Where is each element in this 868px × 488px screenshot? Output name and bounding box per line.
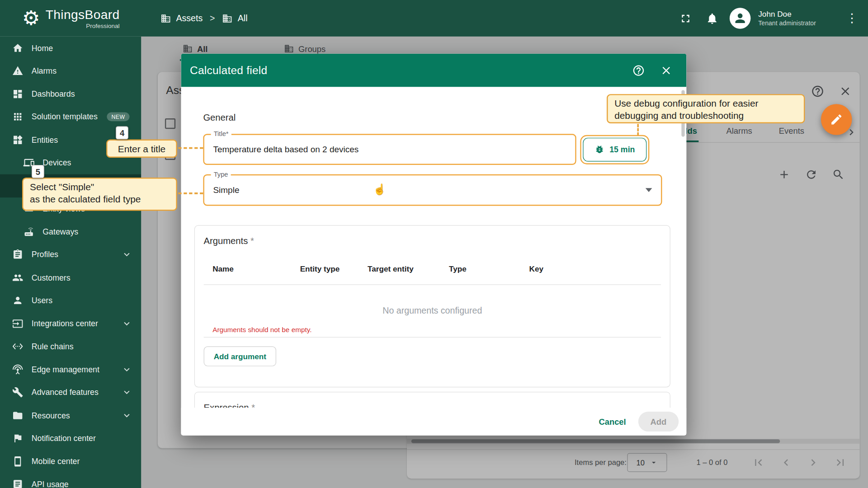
add-argument-button[interactable]: Add argument	[204, 347, 276, 366]
arguments-empty-state: No arguments configured Arguments should…	[204, 285, 661, 338]
document-icon	[12, 479, 23, 488]
column-type: Type	[449, 264, 529, 273]
users-icon	[12, 295, 23, 306]
dialog-footer: Cancel Add	[181, 408, 686, 435]
sidebar-item-alarms[interactable]: Alarms	[0, 60, 141, 83]
sidebar-item-api-usage[interactable]: API usage	[0, 473, 141, 488]
chevron-down-icon	[121, 410, 132, 421]
pencil-icon	[830, 113, 843, 126]
sidebar-item-home[interactable]: Home	[0, 37, 141, 60]
sidebar-item-edge-management[interactable]: Edge management	[0, 358, 141, 381]
debug-highlight-ring: 15 min	[580, 135, 649, 164]
expression-section-label: Expression *	[204, 401, 661, 408]
sidebar-item-integrations-center[interactable]: Integrations center	[0, 312, 141, 335]
debug-settings-button[interactable]: 15 min	[583, 137, 646, 161]
tutorial-step-4-badge: 4	[116, 126, 128, 139]
app-title: ThingsBoard	[46, 7, 120, 22]
profiles-icon	[12, 249, 23, 260]
dashboards-icon	[12, 89, 23, 99]
dialog-title: Calculated field	[190, 64, 267, 76]
person-icon	[733, 11, 747, 25]
sidebar-item-notification-center[interactable]: Notification center	[0, 427, 141, 450]
sidebar-item-mobile-center[interactable]: Mobile center	[0, 450, 141, 473]
smartphone-icon	[12, 456, 23, 467]
topbar: ⚙ ThingsBoard Professional Assets > All …	[0, 0, 868, 37]
tutorial-connector-step5	[178, 192, 203, 194]
title-field-label: Title*	[211, 130, 231, 138]
flag-icon	[12, 433, 23, 444]
bug-icon	[594, 145, 604, 155]
dialog-body: General Title* Temperature delta based o…	[181, 87, 686, 408]
column-entity-type: Entity type	[300, 264, 368, 273]
title-field[interactable]: Title* Temperature delta based on 2 devi…	[203, 134, 576, 165]
column-key: Key	[529, 264, 661, 273]
user-avatar[interactable]	[730, 8, 751, 29]
tutorial-callout-debug-config: Use debug configuration for easier debug…	[607, 94, 805, 123]
arguments-error-text: Arguments should not be empty.	[212, 326, 311, 333]
column-target-entity: Target entity	[368, 264, 449, 273]
wrench-icon	[12, 387, 23, 398]
notifications-button[interactable]	[703, 9, 722, 28]
column-name: Name	[212, 264, 300, 273]
expression-section: Expression *	[194, 392, 670, 408]
dialog-header: Calculated field	[181, 54, 686, 87]
user-menu-kebab-icon[interactable]: ⋮	[846, 11, 858, 25]
empty-state-text: No arguments configured	[382, 306, 482, 316]
tutorial-step-5-badge: 5	[32, 165, 44, 178]
widgets-icon	[12, 134, 23, 145]
breadcrumb-assets[interactable]: Assets	[176, 13, 203, 23]
type-select-field[interactable]: Type Simple ☝	[203, 174, 662, 206]
fullscreen-icon	[679, 12, 692, 24]
type-field-label: Type	[211, 170, 231, 178]
folder-icon	[12, 410, 23, 421]
logo-gear-icon: ⚙	[22, 8, 40, 28]
user-role: Tenant administrator	[758, 19, 816, 27]
title-field-value: Temperature delta based on 2 devices	[204, 135, 575, 164]
help-icon	[632, 64, 645, 76]
sidebar: Home Alarms Dashboards Solution template…	[0, 37, 141, 488]
gateways-icon	[23, 226, 34, 237]
general-section-label: General	[203, 111, 670, 123]
assets-building-icon	[160, 13, 171, 23]
home-icon	[12, 42, 23, 53]
dialog-close-button[interactable]	[656, 61, 675, 80]
bell-icon	[706, 12, 719, 24]
edit-fab-button[interactable]	[821, 104, 852, 135]
dialog-help-button[interactable]	[629, 61, 648, 80]
sidebar-item-dashboards[interactable]: Dashboards	[0, 82, 141, 105]
sidebar-item-gateways[interactable]: Gateways	[0, 220, 141, 243]
sidebar-item-profiles[interactable]: Profiles	[0, 243, 141, 266]
fullscreen-button[interactable]	[676, 9, 695, 28]
sidebar-item-users[interactable]: Users	[0, 289, 141, 312]
chevron-down-icon	[121, 318, 132, 329]
user-name: John Doe	[758, 9, 816, 19]
warning-icon	[12, 66, 23, 76]
app-logo: ⚙ ThingsBoard Professional	[22, 0, 120, 37]
chevron-down-icon	[121, 364, 132, 375]
app-subtitle: Professional	[86, 23, 119, 29]
type-field-value: Simple	[204, 175, 661, 205]
cursor-hand-icon: ☝	[373, 183, 386, 196]
arguments-table-header: Name Entity type Target entity Type Key	[204, 253, 661, 285]
app-root: ⚙ ThingsBoard Professional Assets > All …	[0, 0, 868, 488]
tutorial-callout-select-simple: Select "Simple" as the calculated field …	[22, 178, 177, 211]
sidebar-item-resources[interactable]: Resources	[0, 404, 141, 427]
tutorial-callout-enter-title: Enter a title	[106, 140, 177, 158]
add-button[interactable]: Add	[638, 412, 679, 432]
new-badge: NEW	[107, 113, 130, 122]
required-mark: *	[250, 236, 254, 246]
edge-antenna-icon	[12, 364, 23, 375]
cancel-button[interactable]: Cancel	[599, 417, 626, 427]
arguments-section: Arguments * Name Entity type Target enti…	[194, 225, 670, 387]
arguments-section-label: Arguments *	[204, 235, 661, 247]
sidebar-item-customers[interactable]: Customers	[0, 266, 141, 289]
select-caret-icon	[646, 188, 652, 192]
sidebar-item-rule-chains[interactable]: Rule chains	[0, 335, 141, 358]
breadcrumb-separator: >	[210, 13, 215, 23]
integrations-icon	[12, 318, 23, 329]
sidebar-item-advanced-features[interactable]: Advanced features	[0, 381, 141, 404]
all-building-icon	[222, 13, 232, 23]
sidebar-item-solution-templates[interactable]: Solution templatesNEW	[0, 105, 141, 128]
close-icon	[660, 64, 672, 76]
breadcrumb-all[interactable]: All	[238, 13, 248, 23]
